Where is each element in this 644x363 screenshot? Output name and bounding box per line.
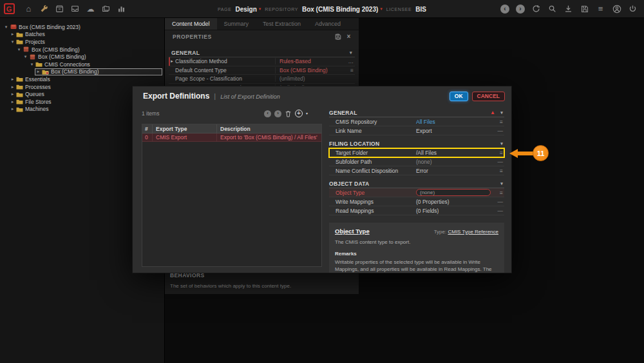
tab-summary[interactable]: Summary [217,18,256,30]
property-row[interactable]: ▸ Classification Method Rules-Based … [169,57,355,66]
property-label: Default Content Type [175,67,276,74]
menu-icon[interactable]: ≡ [497,150,504,156]
expander-open-icon[interactable]: ▾ [29,62,35,67]
property-row[interactable]: Read Mappings (0 Fields) — [329,206,504,215]
tree-item-cmis-connection-box-selected[interactable]: ▸ Box (CMIS Binding) [0,68,164,76]
stats-icon[interactable] [117,4,126,14]
tab-content-model[interactable]: Content Model [165,18,217,30]
tree-item-project-box[interactable]: ▾ Box (CMIS Binding) [0,46,164,54]
property-value[interactable]: (0 Fields) [416,208,497,214]
property-row[interactable]: Subfolder Path (none) — [329,157,504,166]
column-header-description[interactable]: Description [217,124,321,133]
property-value[interactable]: Export [416,128,497,134]
column-header-export-type[interactable]: Export Type [153,124,217,133]
property-value[interactable]: Rules-Based [276,58,345,64]
inbox-icon[interactable] [70,4,80,14]
expander-closed-icon[interactable]: ▸ [10,92,15,97]
project-icon [22,46,30,52]
object-data-group-header[interactable]: OBJECT DATA ▾ [329,179,504,188]
callout-number-badge: 11 [533,145,549,161]
power-icon[interactable] [628,4,638,14]
menu-icon[interactable]: ≡ [497,119,504,125]
expander-closed-icon[interactable]: ▸ [10,32,15,37]
expander-closed-icon[interactable]: ▸ [10,84,15,90]
folders-icon[interactable] [101,4,111,14]
property-value[interactable]: Error [416,168,497,174]
save-properties-icon[interactable] [335,34,341,40]
object-type-input[interactable]: (none) [416,189,491,196]
expander-open-icon[interactable]: ▾ [23,54,28,59]
layers-icon[interactable]: ≡ [596,4,605,14]
expander-closed-icon[interactable]: ▸ [10,99,15,104]
tree-item-repository-root[interactable]: ▾ Box (CMIS Binding 2023) [0,23,164,31]
home-icon[interactable]: ⌂ [24,4,33,14]
column-header-index[interactable]: # [142,124,153,133]
delete-icon[interactable] [285,110,292,117]
property-row[interactable]: Link Name Export — [329,126,504,135]
expander-closed-icon[interactable]: ▸ [10,106,15,112]
tree-item-label: Machines [25,106,48,112]
type-reference-link[interactable]: CMIS Type Reference [448,229,498,235]
move-down-icon[interactable]: › [274,110,281,117]
row-export-type-cell: CMIS Export [153,133,217,141]
property-row-object-type[interactable]: Object Type (none) ≡ [329,188,504,197]
expander-open-icon[interactable]: ▾ [10,39,15,44]
property-value[interactable]: All Files [416,119,497,125]
property-row-target-folder[interactable]: Target Folder /All Files ≡ [329,148,504,157]
batches-icon[interactable] [55,4,64,14]
folder-icon [35,61,43,67]
tree-item-projects[interactable]: ▾ Projects [0,38,164,46]
table-row-selected[interactable]: 0 CMIS Export Export to 'Box (CMIS Bindi… [142,133,321,142]
nav-back-icon[interactable]: ‹ [500,5,509,14]
general-section-header[interactable]: GENERAL ▾ [169,48,355,57]
property-value[interactable]: Box (CMIS Binding) [276,67,345,74]
property-row[interactable]: Page Scope - Classification (unlimited) [169,75,355,84]
tab-test-extraction[interactable]: Test Extraction [256,18,308,30]
property-label: Target Folder [329,150,416,156]
search-icon[interactable] [547,4,557,14]
property-label: Classification Method [175,58,276,64]
page-selector[interactable]: Design [235,6,256,13]
ok-button[interactable]: OK [450,92,468,101]
property-value[interactable]: (unlimited) [276,75,345,82]
cancel-button[interactable]: CANCEL [472,92,505,101]
property-row[interactable]: Write Mappings (0 Properties) — [329,197,504,206]
tools-icon[interactable] [39,4,49,14]
menu-icon[interactable]: ≡ [497,168,504,174]
property-value[interactable]: (0 Properties) [416,199,497,205]
general-group-header[interactable]: GENERAL ▲ ▾ [329,108,504,117]
tree-item-essentials[interactable]: ▸ Essentials [0,75,164,83]
user-icon[interactable] [612,4,621,14]
tree-item-content-model-box[interactable]: ▾ Box (CMIS Binding) [0,53,164,61]
expander-closed-icon[interactable]: ▸ [10,77,15,82]
cloud-icon[interactable]: ☁ [86,4,95,14]
filing-location-group-header[interactable]: FILING LOCATION ▾ [329,139,504,148]
ellipsis-icon[interactable]: … [345,58,355,64]
property-value[interactable]: (none) [416,159,497,165]
dialog-title: Export Definitions [143,92,209,101]
tab-advanced[interactable]: Advanced [308,18,348,30]
property-row[interactable]: Default Content Type Box (CMIS Binding) … [169,66,355,75]
expander-open-icon[interactable]: ▾ [3,25,9,30]
nav-forward-icon[interactable]: › [516,5,525,14]
content-model-icon [28,54,37,60]
expander-closed-icon[interactable]: ▸ [35,69,41,74]
tree-item-cmis-connections[interactable]: ▾ CMIS Connections [0,61,164,68]
tree-item-batches[interactable]: ▸ Batches [0,31,164,39]
save-icon[interactable] [580,4,589,14]
folder-icon [15,76,24,82]
expander-closed-icon[interactable]: ▸ [169,59,175,64]
property-row[interactable]: CMIS Repository All Files ≡ [329,117,504,126]
property-row[interactable]: Name Conflict Disposition Error ≡ [329,166,504,175]
download-icon[interactable] [564,4,573,14]
repository-selector[interactable]: Box (CMIS Binding 2023) [302,6,378,13]
property-value[interactable]: /All Files [416,150,497,156]
tree-item-label: Box (CMIS Binding 2023) [19,24,80,30]
add-item-icon[interactable]: + [295,110,303,117]
tree-item-label: CMIS Connections [44,61,90,68]
move-up-icon[interactable]: ‹ [264,110,271,117]
expander-open-icon[interactable]: ▾ [16,47,22,52]
menu-icon[interactable]: ≡ [345,67,355,74]
menu-icon[interactable]: ≡ [497,190,504,196]
refresh-icon[interactable] [531,4,541,14]
